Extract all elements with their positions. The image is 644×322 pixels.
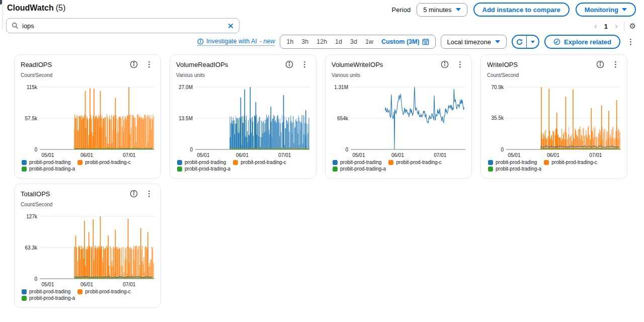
chart-legend: probit-prod-tradingprobit-prod-trading-c… [21,289,154,301]
legend-item[interactable]: probit-prod-trading-c [544,159,597,165]
chart-menu-icon[interactable]: ⋮ [299,60,310,69]
range-3h[interactable]: 3h [301,38,308,45]
legend-label: probit-prod-trading-a [29,295,75,301]
legend-swatch [388,160,393,165]
legend-item[interactable]: probit-prod-trading-a [177,166,230,172]
chart-menu-icon[interactable]: ⋮ [144,60,154,69]
new-badge: - new [260,38,275,45]
legend-item[interactable]: probit-prod-trading [22,159,70,165]
chart-menu-icon[interactable]: ⋮ [610,60,621,69]
svg-text:70.9k: 70.9k [492,85,504,90]
legend-item[interactable]: probit-prod-trading [488,159,537,165]
legend-item[interactable]: probit-prod-trading-c [77,289,131,294]
range-3d[interactable]: 3d [350,38,357,45]
chart-info-icon[interactable] [285,60,293,68]
period-label: Period [392,6,411,14]
chart-menu-icon[interactable]: ⋮ [144,189,154,198]
search-box[interactable] [6,18,239,33]
legend-swatch [177,167,182,172]
chart-plot[interactable]: Various units27.0M13.5M005/0106/0107/01 [176,72,311,158]
legend-label: probit-prod-trading-a [185,166,230,172]
search-input[interactable] [22,22,224,30]
legend-label: probit-prod-trading [496,159,537,165]
legend-label: probit-prod-trading [29,289,70,294]
refresh-options-button[interactable] [527,36,538,48]
legend-swatch [77,160,83,165]
investigate-with-ai-link[interactable]: Investigate with AI - new [197,38,275,46]
legend-swatch [333,160,338,165]
chart-menu-icon[interactable]: ⋮ [455,60,465,69]
explore-icon [553,38,560,45]
chart-info-icon[interactable] [130,190,138,198]
svg-text:63.3k: 63.3k [25,245,38,251]
legend-item[interactable]: probit-prod-trading [333,159,381,165]
legend-swatch [177,160,182,165]
svg-text:07/01: 07/01 [434,152,446,158]
period-select[interactable]: 5 minutes [417,3,467,17]
prev-page-button[interactable]: ‹ [593,21,598,31]
legend-label: probit-prod-trading-c [396,159,442,165]
chart-plot[interactable]: Count/Second127k63.3k005/0106/0107/01 [21,201,155,288]
legend-item[interactable]: probit-prod-trading-a [22,166,75,172]
chart-plot[interactable]: Various units1.31M654k005/0106/0107/01 [332,72,466,158]
svg-text:05/01: 05/01 [197,152,209,158]
legend-swatch [22,160,27,165]
explore-related-button[interactable]: Explore related [544,35,620,49]
legend-item[interactable]: probit-prod-trading-c [388,159,442,165]
controls-menu-icon[interactable]: ⋮ [625,37,636,46]
legend-swatch [77,289,83,294]
chart-plot[interactable]: Count/Second70.9k35.5k005/0106/0107/01 [487,72,622,158]
range-1h[interactable]: 1h [286,38,293,45]
chart-card-icons: ⋮ [130,60,154,69]
legend-item[interactable]: probit-prod-trading-a [488,166,541,172]
range-12h[interactable]: 12h [316,38,327,45]
chart-card-header: WriteIOPS ⋮ [487,60,621,69]
svg-text:0: 0 [190,147,193,152]
chart-info-icon[interactable] [596,60,604,68]
page-title-text: CloudWatch [7,4,54,12]
timezone-select[interactable]: Local timezone [441,35,507,49]
chart-info-icon[interactable] [441,60,449,68]
svg-text:05/01: 05/01 [352,152,365,158]
svg-text:0: 0 [345,147,348,152]
chart-title: WriteIOPS [487,61,596,68]
chart-legend: probit-prod-tradingprobit-prod-trading-c… [332,159,465,172]
refresh-split-button [512,35,539,49]
metric-count: (5) [56,4,66,12]
legend-item[interactable]: probit-prod-trading-c [233,159,286,165]
chart-plot[interactable]: Count/Second115k57.5k005/0106/0107/01 [21,72,155,158]
range-1w[interactable]: 1w [365,38,373,45]
chart-card: WriteIOPS ⋮ Count/Second70.9k35.5k005/01… [480,54,627,179]
calendar-icon [422,38,429,45]
gear-icon[interactable]: ⚙ [629,21,636,31]
chart-card: VolumeReadIOPs ⋮ Various units27.0M13.5M… [170,54,316,179]
legend-item[interactable]: probit-prod-trading-c [77,159,131,165]
svg-text:Various units: Various units [176,72,205,78]
legend-label: probit-prod-trading-c [85,159,131,165]
chart-card: ReadIOPS ⋮ Count/Second115k57.5k005/0106… [14,54,161,179]
chart-legend: probit-prod-tradingprobit-prod-trading-c… [176,159,310,172]
legend-item[interactable]: probit-prod-trading [177,159,226,165]
next-page-button[interactable]: › [614,21,619,31]
legend-label: probit-prod-trading [340,159,381,165]
divider [624,21,624,31]
info-icon [197,38,204,45]
chart-card-header: ReadIOPS ⋮ [21,60,154,69]
legend-item[interactable]: probit-prod-trading-a [22,295,75,301]
refresh-button[interactable] [513,36,526,48]
chart-title: VolumeReadIOPs [176,61,285,68]
chart-card-icons: ⋮ [441,60,465,69]
legend-swatch [233,160,238,165]
search-icon [12,22,19,29]
svg-text:Various units: Various units [332,72,360,78]
range-1d[interactable]: 1d [335,38,342,45]
monitoring-button[interactable]: Monitoring [576,3,636,17]
custom-range-button[interactable]: Custom (3M) [381,38,429,45]
chart-info-icon[interactable] [130,60,138,68]
custom-range-label: Custom (3M) [381,38,420,45]
clear-search-icon[interactable] [227,23,234,29]
legend-item[interactable]: probit-prod-trading [22,289,70,294]
add-instance-button[interactable]: Add instance to compare [473,3,570,17]
svg-text:07/01: 07/01 [123,152,135,158]
legend-item[interactable]: probit-prod-trading-a [333,166,386,172]
